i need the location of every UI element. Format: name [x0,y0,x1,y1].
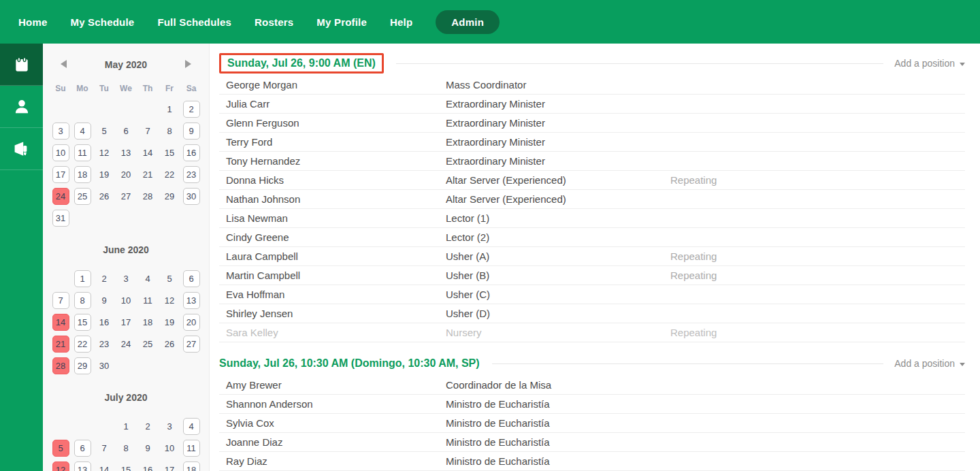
schedule-row[interactable]: Shirley JensenUsher (D) [219,304,965,323]
day-cell[interactable]: 18 [140,314,157,331]
day-cell[interactable]: 12 [52,461,69,471]
nav-item-admin[interactable]: Admin [436,10,500,34]
day-cell[interactable]: 24 [118,336,135,353]
day-cell[interactable]: 28 [52,357,69,374]
nav-item-help[interactable]: Help [390,16,412,28]
day-cell[interactable]: 10 [52,144,69,161]
sidebar-item-announcements[interactable] [0,128,43,170]
day-cell[interactable]: 17 [118,314,135,331]
day-cell[interactable]: 21 [140,166,157,183]
add-position-button[interactable]: Add a position [894,58,965,69]
day-cell[interactable]: 11 [74,144,91,161]
day-cell[interactable]: 16 [183,144,200,161]
day-cell[interactable]: 18 [183,461,200,471]
volunteer-name[interactable]: Ray Diaz [226,455,446,467]
volunteer-name[interactable]: Sylvia Cox [226,417,446,429]
volunteer-name[interactable]: Cindy Greene [226,231,446,243]
day-cell[interactable]: 10 [161,440,178,457]
day-cell[interactable]: 18 [74,166,91,183]
volunteer-name[interactable]: Laura Campbell [226,250,446,262]
day-cell[interactable]: 14 [140,144,157,161]
volunteer-name[interactable]: Donna Hicks [226,174,446,186]
day-cell[interactable]: 1 [74,270,91,287]
day-cell[interactable]: 22 [74,336,91,353]
volunteer-name[interactable]: Terry Ford [226,136,446,148]
volunteer-name[interactable]: Shirley Jensen [226,308,446,319]
day-cell[interactable]: 24 [52,188,69,205]
volunteer-name[interactable]: Julia Carr [226,98,446,110]
day-cell[interactable]: 15 [118,461,135,471]
day-cell[interactable]: 15 [161,144,178,161]
nav-item-my-profile[interactable]: My Profile [316,16,367,28]
day-cell[interactable]: 8 [118,440,135,457]
volunteer-name[interactable]: Shannon Anderson [226,398,446,410]
day-cell[interactable]: 9 [140,440,157,457]
volunteer-name[interactable]: George Morgan [226,79,446,91]
day-cell[interactable]: 13 [74,461,91,471]
day-cell[interactable]: 4 [74,123,91,140]
sidebar-item-people[interactable] [0,86,43,128]
schedule-row[interactable]: Shannon AndersonMinistro de Eucharistía [219,395,965,414]
day-cell[interactable]: 3 [52,123,69,140]
day-cell[interactable]: 11 [140,292,157,309]
day-cell[interactable]: 16 [140,461,157,471]
schedule-row[interactable]: Glenn FergusonExtraordinary Minister [219,114,965,133]
day-cell[interactable]: 4 [140,270,157,287]
day-cell[interactable]: 15 [74,314,91,331]
volunteer-name[interactable]: Amy Brewer [226,379,446,391]
nav-item-home[interactable]: Home [18,16,47,28]
day-cell[interactable]: 4 [183,418,200,435]
day-cell[interactable]: 3 [161,418,178,435]
day-cell[interactable]: 6 [74,440,91,457]
schedule-row[interactable]: Tony HernandezExtraordinary Minister [219,152,965,171]
schedule-row[interactable]: Sara KelleyNurseryRepeating [219,323,965,342]
day-cell[interactable]: 2 [96,270,113,287]
day-cell[interactable]: 20 [183,314,200,331]
day-cell[interactable]: 20 [118,166,135,183]
nav-item-my-schedule[interactable]: My Schedule [70,16,134,28]
day-cell[interactable]: 29 [74,357,91,374]
day-cell[interactable]: 13 [183,292,200,309]
schedule-row[interactable]: Cindy GreeneLector (2) [219,228,965,247]
day-cell[interactable]: 23 [183,166,200,183]
day-cell[interactable]: 21 [52,336,69,353]
schedule-row[interactable]: Nathan JohnsonAltar Server (Experienced) [219,190,965,209]
schedule-row[interactable]: Julia CarrExtraordinary Minister [219,95,965,114]
day-cell[interactable]: 12 [161,292,178,309]
day-cell[interactable]: 7 [52,292,69,309]
day-cell[interactable]: 12 [96,144,113,161]
day-cell[interactable]: 14 [52,314,69,331]
nav-item-rosters[interactable]: Rosters [255,16,293,28]
day-cell[interactable]: 14 [96,461,113,471]
day-cell[interactable]: 31 [52,210,69,227]
schedule-row[interactable]: Eva HoffmanUsher (C) [219,285,965,304]
day-cell[interactable]: 17 [161,461,178,471]
day-cell[interactable]: 1 [118,418,135,435]
day-cell[interactable]: 11 [183,440,200,457]
day-cell[interactable]: 7 [140,123,157,140]
schedule-row[interactable]: Amy BrewerCoordinador de la Misa [219,376,965,395]
day-cell[interactable]: 5 [52,440,69,457]
day-cell[interactable]: 8 [74,292,91,309]
day-cell[interactable]: 16 [96,314,113,331]
schedule-row[interactable]: Donna HicksAltar Server (Experienced)Rep… [219,171,965,190]
schedule-row[interactable]: George MorganMass Coordinator [219,76,965,95]
schedule-row[interactable]: Lisa NewmanLector (1) [219,209,965,228]
day-cell[interactable]: 8 [161,123,178,140]
sidebar-item-calendar[interactable] [0,44,43,86]
day-cell[interactable]: 7 [96,440,113,457]
prev-month-button[interactable] [61,60,67,68]
day-cell[interactable]: 19 [161,314,178,331]
day-cell[interactable]: 30 [183,188,200,205]
add-position-button[interactable]: Add a position [894,358,965,369]
day-cell[interactable]: 30 [96,357,113,374]
day-cell[interactable]: 9 [183,123,200,140]
day-cell[interactable]: 1 [161,101,178,118]
volunteer-name[interactable]: Nathan Johnson [226,193,446,205]
schedule-row[interactable]: Sylvia CoxMinistro de Eucharistía [219,414,965,433]
day-cell[interactable]: 28 [140,188,157,205]
day-cell[interactable]: 22 [161,166,178,183]
nav-item-full-schedules[interactable]: Full Schedules [157,16,231,28]
day-cell[interactable]: 25 [74,188,91,205]
day-cell[interactable]: 17 [52,166,69,183]
